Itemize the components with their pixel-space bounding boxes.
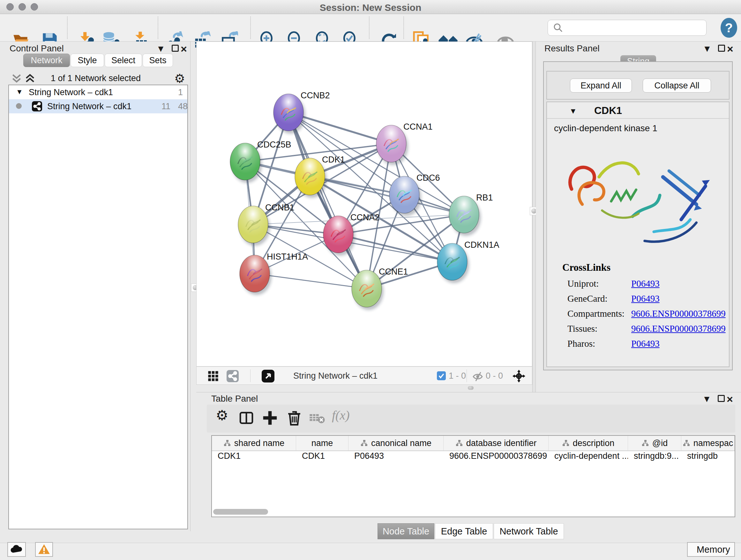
tab-edge-table[interactable]: Edge Table bbox=[435, 523, 493, 539]
node-table[interactable]: shared namenamecanonical namedatabase id… bbox=[211, 435, 735, 517]
protein-section: ▼ CDK1 cyclin-dependent kinase 1 bbox=[546, 102, 730, 367]
network-tree-child-row[interactable]: String Network – cdk1 11 48 bbox=[9, 99, 187, 113]
column-header--id[interactable]: @id bbox=[628, 436, 681, 450]
panel-menu-icon[interactable]: ▼ bbox=[703, 44, 712, 54]
network-label: String Network – cdk1 bbox=[47, 102, 131, 111]
table-header-row: shared namenamecanonical namedatabase id… bbox=[212, 436, 735, 451]
cloud-status-button[interactable] bbox=[7, 542, 26, 557]
window-title: Session: New Session bbox=[0, 2, 741, 13]
protein-description: cyclin-dependent kinase 1 bbox=[554, 123, 657, 133]
show-columns-icon[interactable] bbox=[238, 409, 255, 427]
edge-count: 48 bbox=[178, 102, 188, 111]
memory-button[interactable]: Memory bbox=[687, 542, 735, 557]
search-icon bbox=[552, 22, 564, 34]
delete-table-icon[interactable] bbox=[309, 409, 326, 427]
add-column-icon[interactable] bbox=[262, 409, 278, 427]
column-header-shared-name[interactable]: shared name bbox=[212, 436, 296, 450]
vertical-splitter-right[interactable] bbox=[532, 42, 536, 392]
column-type-icon bbox=[455, 440, 463, 447]
panel-close-icon[interactable]: × bbox=[181, 45, 187, 53]
column-header-description[interactable]: description bbox=[549, 436, 628, 450]
crosslink-label: Compartments: bbox=[567, 308, 624, 319]
horizontal-scrollbar[interactable] bbox=[213, 509, 733, 515]
tree-expand-icon[interactable]: ▼ bbox=[16, 88, 23, 96]
panel-float-icon[interactable] bbox=[718, 45, 725, 52]
network-view-title: String Network – cdk1 bbox=[293, 371, 378, 381]
collapse-all-icon[interactable] bbox=[11, 73, 22, 84]
protein-name: CDK1 bbox=[594, 105, 622, 117]
help-button[interactable]: ? bbox=[721, 18, 737, 38]
warning-icon bbox=[38, 544, 51, 555]
column-header-canonical-name[interactable]: canonical name bbox=[348, 436, 444, 450]
crosslink-label: Uniprot: bbox=[567, 278, 599, 289]
panel-menu-icon[interactable]: ▼ bbox=[156, 44, 165, 54]
selected-count: 1 - 0 bbox=[449, 371, 466, 381]
toolbar-separator bbox=[67, 17, 68, 39]
panel-float-icon[interactable] bbox=[718, 395, 725, 402]
table-settings-gear-icon[interactable]: ⚙ bbox=[216, 407, 232, 425]
table-toolbar: ⚙ f(x) bbox=[207, 405, 735, 433]
network-share-icon[interactable] bbox=[226, 370, 239, 382]
protein-section-header[interactable]: ▼ CDK1 bbox=[547, 102, 729, 119]
hidden-count: 0 - 0 bbox=[486, 371, 503, 381]
collapse-section-icon[interactable]: ▼ bbox=[569, 107, 577, 116]
collapse-all-button[interactable]: Collapse All bbox=[643, 78, 711, 92]
search-input[interactable] bbox=[566, 21, 706, 34]
panel-menu-icon[interactable]: ▼ bbox=[702, 394, 711, 404]
column-header-label: canonical name bbox=[371, 438, 431, 448]
crosslink-row: GeneCard:P06493 bbox=[567, 294, 727, 304]
string-results-box: Expand All Collapse All ▼ CDK1 cyclin-de… bbox=[543, 61, 733, 370]
crosslink-link[interactable]: P06493 bbox=[631, 338, 660, 349]
selected-checkbox-icon[interactable] bbox=[437, 371, 446, 380]
column-header-name[interactable]: name bbox=[296, 436, 348, 450]
delete-column-icon[interactable] bbox=[286, 409, 302, 427]
network-type-icon bbox=[32, 101, 42, 111]
crosslink-link[interactable]: P06493 bbox=[631, 294, 660, 304]
network-canvas[interactable]: CCNB2CCNA1CDC25BCDK1CDC6RB1CCNB1CCNA2CDK… bbox=[196, 42, 532, 367]
move-crosshair-icon[interactable] bbox=[512, 369, 526, 383]
horizontal-splitter-handle[interactable] bbox=[468, 386, 474, 390]
panel-close-icon[interactable]: × bbox=[727, 45, 733, 53]
network-selection-status: 1 of 1 Network selected bbox=[38, 73, 153, 83]
node-label: CCNB1 bbox=[265, 203, 294, 212]
column-type-icon bbox=[223, 440, 231, 447]
expand-all-icon[interactable] bbox=[24, 73, 36, 84]
tab-sets[interactable]: Sets bbox=[143, 54, 173, 67]
tab-network[interactable]: Network bbox=[23, 54, 70, 67]
warnings-button[interactable] bbox=[35, 542, 53, 557]
node-label: CDC25B bbox=[257, 140, 291, 149]
column-header-label: namespac bbox=[693, 438, 733, 448]
scrollbar-thumb[interactable] bbox=[213, 509, 268, 515]
tab-node-table[interactable]: Node Table bbox=[378, 523, 434, 539]
column-header-namespac[interactable]: namespac bbox=[681, 436, 735, 450]
separator bbox=[467, 369, 467, 382]
status-bar: Memory bbox=[0, 543, 741, 560]
network-tree-root-row[interactable]: ▼ String Network – cdk1 1 bbox=[9, 85, 187, 99]
birds-eye-view-icon[interactable] bbox=[262, 370, 274, 382]
node-label: RB1 bbox=[476, 193, 493, 202]
results-panel: Results Panel ▼ × String Expand All Coll… bbox=[536, 42, 741, 392]
table-panel: Table Panel ▼ × ⚙ f(x) shared namenameca… bbox=[196, 392, 741, 543]
column-type-icon bbox=[360, 440, 368, 447]
grid-view-icon[interactable] bbox=[207, 371, 219, 381]
crosslink-link[interactable]: 9606.ENSP00000378699 bbox=[631, 323, 726, 334]
table-cell: CDK1 bbox=[212, 451, 296, 463]
search-box bbox=[548, 20, 706, 36]
panel-float-icon[interactable] bbox=[172, 45, 179, 52]
tab-network-table[interactable]: Network Table bbox=[494, 523, 564, 539]
panel-close-icon[interactable]: × bbox=[727, 395, 733, 403]
function-builder-icon[interactable]: f(x) bbox=[332, 408, 367, 426]
table-row[interactable]: CDK1CDK1P064939606.ENSP00000378699cyclin… bbox=[212, 451, 735, 463]
options-gear-icon[interactable]: ⚙ bbox=[174, 71, 185, 85]
crosslink-link[interactable]: P06493 bbox=[631, 278, 660, 289]
tab-style[interactable]: Style bbox=[71, 54, 104, 67]
network-tree: ▼ String Network – cdk1 1 String Network… bbox=[8, 84, 188, 530]
crosslink-link[interactable]: 9606.ENSP00000378699 bbox=[631, 308, 726, 319]
table-cell: P06493 bbox=[348, 451, 444, 463]
tab-select[interactable]: Select bbox=[105, 54, 142, 67]
toolbar-separator bbox=[250, 17, 251, 39]
column-header-label: database identifier bbox=[466, 438, 537, 448]
expand-all-button[interactable]: Expand All bbox=[570, 78, 632, 92]
column-header-database-identifier[interactable]: database identifier bbox=[444, 436, 549, 450]
node-label: CDK1 bbox=[322, 155, 345, 165]
